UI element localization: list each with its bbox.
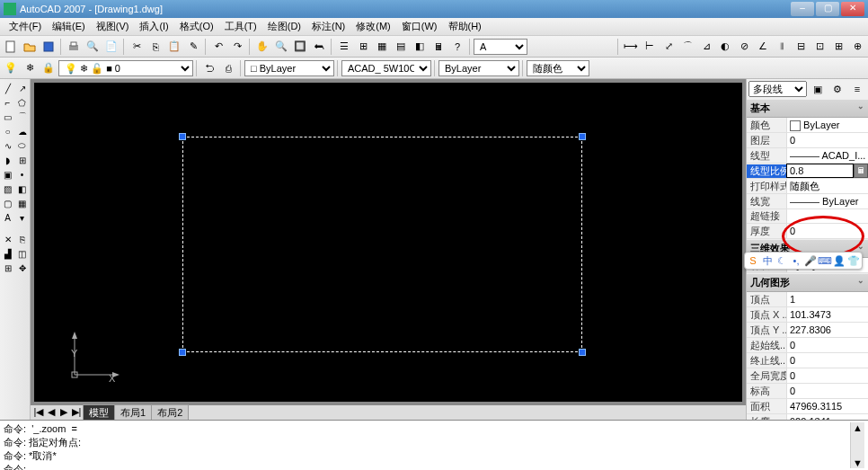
object-type-select[interactable]: 多段线 [748, 81, 807, 97]
ime-kb-icon[interactable]: ⌨ [819, 254, 831, 267]
group-basic[interactable]: 基本⌄ [747, 99, 868, 118]
dim-dia-icon[interactable]: ⊘ [735, 38, 753, 56]
new-icon[interactable] [2, 38, 20, 56]
rect-icon[interactable]: ▭ [1, 110, 15, 124]
tab-nav-next[interactable]: ▶ [58, 406, 70, 419]
tab-nav-last[interactable]: ▶| [70, 406, 83, 419]
cmd-scrollbar[interactable]: ▲▼ [850, 422, 864, 468]
help-icon[interactable]: ? [448, 38, 466, 56]
menu-tools[interactable]: 工具(T) [219, 18, 262, 35]
spline-icon[interactable]: ∿ [1, 138, 15, 153]
menu-format[interactable]: 格式(O) [174, 18, 219, 35]
undo-icon[interactable]: ↶ [209, 38, 227, 56]
tab-nav-prev[interactable]: ◀ [45, 406, 58, 419]
ime-shirt-icon[interactable]: 👕 [847, 254, 860, 267]
dim-aligned-icon[interactable]: ⤢ [660, 38, 678, 56]
revcloud-icon[interactable]: ☁ [15, 124, 30, 138]
color-select[interactable]: □ ByLayer [244, 60, 334, 76]
tab-nav-first[interactable]: |◀ [32, 406, 45, 419]
ime-person-icon[interactable]: 👤 [833, 254, 846, 267]
copy-icon[interactable]: ⎘ [146, 38, 164, 56]
plotcolor-select[interactable]: 随颜色 [527, 60, 589, 76]
ime-s-icon[interactable]: S [747, 254, 759, 267]
grip-tr[interactable] [579, 133, 586, 140]
arc-icon[interactable]: ⌒ [15, 110, 30, 124]
cut-icon[interactable]: ✂ [128, 38, 146, 56]
properties-icon[interactable]: ☰ [335, 38, 353, 56]
ime-mic-icon[interactable]: 🎤 [804, 254, 817, 267]
gradient-icon[interactable]: ◧ [15, 182, 30, 196]
sheet-icon[interactable]: ▤ [392, 38, 410, 56]
designcenter-icon[interactable]: ⊞ [354, 38, 372, 56]
quickselect-icon[interactable]: ⚙ [828, 80, 846, 98]
tab-layout1[interactable]: 布局1 [114, 404, 152, 421]
move-icon[interactable]: ✥ [15, 261, 30, 275]
block-icon[interactable]: ▣ [1, 167, 15, 182]
insert-icon[interactable]: ⊞ [15, 153, 30, 167]
preview-icon[interactable]: 🔍 [84, 38, 102, 56]
maximize-button[interactable]: ▢ [816, 2, 839, 16]
hatch-icon[interactable]: ▨ [1, 182, 15, 196]
tab-model[interactable]: 模型 [83, 404, 115, 421]
ellipsearc-icon[interactable]: ◗ [1, 153, 15, 167]
layer-mgr-icon[interactable]: 💡 [2, 59, 20, 77]
array-icon[interactable]: ⊞ [1, 261, 15, 275]
dim-rad-icon[interactable]: ◐ [716, 38, 734, 56]
ime-moon-icon[interactable]: ☾ [775, 254, 788, 267]
grip-tl[interactable] [179, 133, 186, 140]
toolpalette-icon[interactable]: ▦ [373, 38, 391, 56]
menu-dimension[interactable]: 标注(N) [306, 18, 350, 35]
menu-draw[interactable]: 绘图(D) [262, 18, 306, 35]
zoom-prev-icon[interactable]: ⮪ [310, 38, 328, 56]
menu-view[interactable]: 视图(V) [91, 18, 135, 35]
calc-icon[interactable]: 🖩 [430, 38, 447, 56]
prop-linetype-scale[interactable]: 线型比例0.8🖩 [747, 164, 868, 179]
erase-icon[interactable]: ✕ [1, 232, 15, 246]
more-icon[interactable]: ▾ [15, 210, 30, 225]
copy2-icon[interactable]: ⎘ [15, 232, 30, 246]
calculator-icon[interactable]: 🖩 [854, 164, 868, 178]
dim-cont-icon[interactable]: ⊡ [810, 38, 828, 56]
circle-icon[interactable]: ○ [1, 124, 15, 138]
ellipse-icon[interactable]: ⬭ [15, 138, 30, 153]
dim-linear-icon[interactable]: ⊢ [641, 38, 659, 56]
pline-icon[interactable]: ⌐ [1, 95, 15, 110]
line-icon[interactable]: ╱ [1, 81, 15, 95]
linetype-select[interactable]: ACAD_ 5W10C [341, 60, 431, 76]
menu-edit[interactable]: 编辑(E) [47, 18, 91, 35]
dim-arc-icon[interactable]: ⌒ [678, 38, 696, 56]
xline-icon[interactable]: ↗ [15, 81, 30, 95]
tol-icon[interactable]: ⊞ [829, 38, 847, 56]
match-icon[interactable]: ✎ [184, 38, 202, 56]
filter-icon[interactable]: ≡ [848, 80, 866, 98]
table-icon[interactable]: ▦ [15, 196, 30, 210]
zoom-rt-icon[interactable]: 🔍 [272, 38, 290, 56]
open-icon[interactable] [21, 38, 39, 56]
offset-icon[interactable]: ◫ [15, 246, 30, 261]
layer-freeze-icon[interactable]: ❄ [21, 59, 39, 77]
floating-ime-bar[interactable]: S 中 ☾ •, 🎤 ⌨ 👤 👕 [744, 252, 863, 270]
group-geom[interactable]: 几何图形⌄ [747, 273, 868, 292]
menu-insert[interactable]: 插入(I) [134, 18, 173, 35]
layer-state-icon[interactable]: ⎙ [219, 59, 237, 77]
layer-lock-icon[interactable]: 🔒 [40, 59, 58, 77]
zoom-win-icon[interactable]: 🔲 [291, 38, 309, 56]
dim-quick-icon[interactable]: ⫴ [773, 38, 791, 56]
mirror-icon[interactable]: ▟ [1, 246, 15, 261]
menu-window[interactable]: 窗口(W) [396, 18, 443, 35]
publish-icon[interactable]: 📄 [102, 38, 120, 56]
command-window[interactable]: 命令: '_.zoom = 命令: 指定对角点: 命令: *取消* 命令: ▲▼ [0, 420, 868, 470]
menu-modify[interactable]: 修改(M) [350, 18, 396, 35]
ime-zh-icon[interactable]: 中 [761, 254, 774, 267]
close-button[interactable]: ✕ [841, 2, 864, 16]
grip-br[interactable] [579, 349, 586, 356]
dim-ord-icon[interactable]: ⊿ [697, 38, 715, 56]
selected-polyline[interactable] [182, 137, 582, 352]
center-icon[interactable]: ⊕ [848, 38, 866, 56]
redo-icon[interactable]: ↷ [228, 38, 246, 56]
save-icon[interactable] [40, 38, 58, 56]
menu-file[interactable]: 文件(F) [4, 18, 47, 35]
minimize-button[interactable]: – [791, 2, 814, 16]
ime-comma-icon[interactable]: •, [790, 254, 802, 267]
tab-layout2[interactable]: 布局2 [151, 404, 189, 421]
